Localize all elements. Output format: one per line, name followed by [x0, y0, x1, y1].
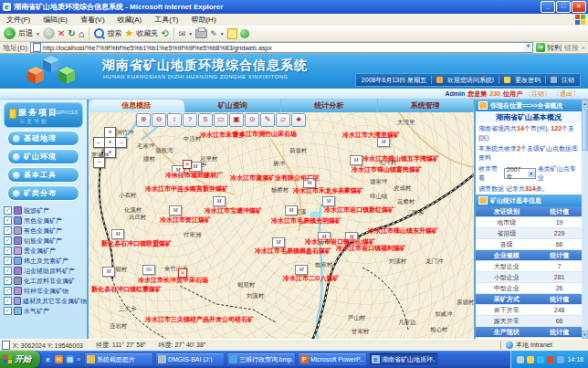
clock[interactable]: 14:18	[567, 356, 583, 363]
vertical-scrollbar[interactable]: ▲ ▼	[582, 100, 588, 339]
taskbar-task[interactable]: e湖南省矿山地质环...	[369, 352, 438, 366]
sidebar-button[interactable]: 基础地理	[7, 131, 79, 146]
search-icon[interactable]	[94, 28, 104, 38]
discuss-button[interactable]	[227, 28, 237, 39]
mine-label[interactable]: 冷水江市岩口镇福利煤矿	[336, 244, 406, 253]
stop-button[interactable]: S	[198, 113, 213, 127]
checkbox-checked[interactable]: ✓	[4, 237, 12, 245]
checkbox-checked[interactable]: ✓	[4, 277, 12, 285]
pan-right-button[interactable]: →	[115, 137, 127, 148]
map-marker[interactable]: M	[350, 155, 362, 165]
layer-item[interactable]: ✓黑色金属矿产	[4, 216, 87, 226]
exit-button[interactable]: 〔退出〕	[553, 89, 579, 99]
checkbox-checked[interactable]: ✓	[4, 216, 12, 225]
mine-label[interactable]: 冷水江市宝塘冲煤矿	[205, 206, 262, 216]
menu-item[interactable]: 帮助(H)	[184, 15, 222, 25]
zoom-in-button[interactable]: ⊕	[136, 113, 151, 127]
scrollbar-thumb[interactable]	[582, 109, 588, 151]
map-marker[interactable]: M	[111, 229, 124, 239]
layer-item[interactable]: ✓建材及其它非金属矿物	[4, 296, 87, 306]
mine-label[interactable]: 冷水江市铎山镇五字湾煤矿	[362, 154, 439, 163]
menu-item[interactable]: 文件(F)	[0, 15, 37, 25]
map-marker[interactable]: SS	[142, 265, 155, 275]
mail-button[interactable]: ✉	[179, 29, 186, 38]
messenger-button[interactable]	[240, 29, 249, 38]
select-rect-button[interactable]: ▭	[214, 113, 228, 127]
layer-item[interactable]: ✓特种非金属矿物	[4, 286, 87, 296]
mine-label[interactable]: 冷水江市毛易镇光明煤矿	[271, 216, 341, 226]
map-marker[interactable]: M	[169, 205, 182, 216]
map-marker[interactable]: M	[213, 196, 226, 206]
mail-dropdown-icon[interactable]: ▼	[188, 31, 193, 37]
map-area[interactable]: ⊕⊖↕?S▭▣⊙✎▱♣ + ← + → + − 冷水江市禾青乡冷水江市洞竹山采石…	[89, 112, 474, 339]
checkbox-checked[interactable]: ✓	[4, 257, 12, 265]
back-dropdown-icon[interactable]: ▼	[36, 31, 40, 37]
checkbox-checked[interactable]: ✓	[4, 287, 12, 295]
map-marker[interactable]: M	[285, 205, 298, 216]
draw-button[interactable]: ✎	[260, 113, 275, 127]
links-label[interactable]: 链接	[564, 43, 579, 53]
mine-label[interactable]: 冷水江市铎山镇富民煤矿	[352, 165, 422, 174]
zoom-out-button[interactable]: ⊖	[152, 113, 166, 127]
menu-item[interactable]: 工具(T)	[148, 15, 184, 25]
menu-item[interactable]: 查看(V)	[74, 15, 111, 25]
mine-label[interactable]: 冷水江市资江煤矿	[160, 216, 211, 225]
card-tray-icon[interactable]	[527, 356, 534, 363]
close-button[interactable]: ✕	[572, 1, 586, 13]
quicklaunch-chevron-icon[interactable]: »	[77, 356, 80, 363]
survey-link[interactable]: 各类矿山点专业	[538, 164, 579, 183]
layer-item[interactable]: ✓化工原料非金属矿	[4, 276, 87, 286]
mine-label[interactable]: 新化县石冲口镇红寨煤矿	[91, 285, 162, 294]
mine-label[interactable]: 冷水江市中连乡南宫新井煤矿	[145, 184, 228, 194]
legend-button[interactable]: ♣	[291, 113, 306, 127]
pan-button[interactable]: ↕	[167, 113, 182, 127]
checkbox-checked[interactable]: ✓	[4, 247, 12, 255]
sidebar-button[interactable]: 矿类分布	[7, 185, 79, 201]
go-button[interactable]: ➜ 转到	[536, 43, 562, 53]
layer-item[interactable]: ✓稀土及元素矿产	[4, 256, 87, 266]
layer-item[interactable]: ✓铂族金属矿产	[4, 236, 87, 246]
tab-statistical-analysis[interactable]: 统计分析	[281, 100, 378, 112]
start-button[interactable]: 开始	[0, 351, 40, 368]
mine-label[interactable]: 冷水江市岩口镇新红煤矿	[324, 205, 394, 215]
layer-item[interactable]: ✓水气矿产	[4, 306, 87, 316]
mine-label[interactable]: 冷水江市长冲豆中采石场	[138, 276, 208, 285]
taskbar-task[interactable]: PMicrosoft PowerP...	[298, 352, 367, 366]
mine-label[interactable]: 冷水江市大湾里煤矿	[342, 131, 400, 140]
desktop-quicklaunch-icon[interactable]: ▤	[66, 355, 74, 363]
checkbox-checked[interactable]: ✓	[4, 297, 12, 305]
print-button[interactable]	[195, 29, 207, 38]
mine-label[interactable]: 冷水江市铎山镇东升煤矿	[368, 226, 438, 236]
refresh-button[interactable]: ↻	[68, 28, 75, 38]
mine-label[interactable]: 冷水江市城郊建材厂	[165, 171, 223, 180]
checkbox-checked[interactable]: ✓	[4, 226, 12, 235]
home-button[interactable]: ⌂	[79, 28, 85, 39]
checkbox-checked[interactable]: ✓	[4, 206, 12, 215]
menu-item[interactable]: 收藏(A)	[111, 15, 149, 25]
printer-tray-icon[interactable]	[517, 356, 524, 363]
taskbar-task[interactable]: 系统截图图片	[84, 352, 153, 366]
mine-label[interactable]: 冷水江市禾龙乡吴家煤矿	[293, 186, 363, 195]
address-dropdown-icon[interactable]: ▼	[524, 43, 532, 52]
mail-quicklaunch-icon[interactable]: ✉	[55, 355, 63, 363]
logout-link[interactable]: 注销	[562, 76, 574, 85]
tab-mine-query[interactable]: 矿山查询	[185, 100, 282, 112]
mine-label[interactable]: 冷水江市潞溪矿业有限公司厂区	[230, 173, 320, 183]
taskbar-task[interactable]: DMGIS-BAI (J:)	[155, 352, 225, 366]
mine-label[interactable]: 新化县石冲口镇联盟煤矿	[101, 239, 172, 248]
select-clear-button[interactable]: ▣	[229, 113, 244, 127]
sidebar-button[interactable]: 基本工具	[7, 167, 79, 183]
layer-item[interactable]: ✓能源矿产	[4, 205, 87, 216]
erase-button[interactable]: ▱	[276, 113, 290, 127]
edit-button[interactable]: ✎	[210, 29, 217, 38]
favorites-icon[interactable]: ★	[124, 27, 133, 39]
mine-label[interactable]: 冷水江市毛易镇棋盘石煤矿	[255, 247, 331, 256]
logout-button[interactable]: 〔注销〕	[525, 89, 551, 99]
links-chevron-icon[interactable]: »	[582, 45, 585, 51]
scroll-up-icon[interactable]: ▲	[582, 100, 588, 108]
layer-item[interactable]: ✓冶金辅助原料矿产	[4, 266, 87, 276]
taskbar-task[interactable]: 三维行政查询.bmp...	[226, 352, 296, 366]
back-button[interactable]: ←	[4, 27, 16, 39]
layer-item[interactable]: ✓有色金属矿产	[4, 226, 87, 236]
stop-button[interactable]: ✕	[58, 28, 65, 38]
